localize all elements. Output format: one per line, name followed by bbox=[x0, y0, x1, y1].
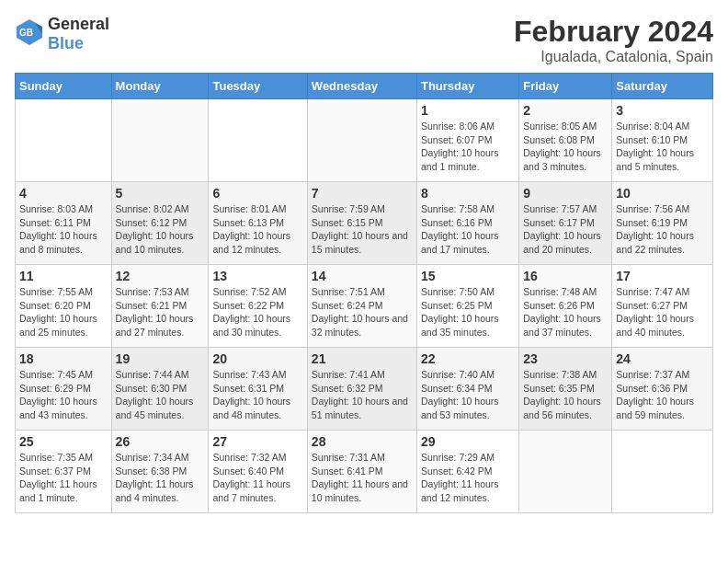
calendar-cell: 6Sunrise: 8:01 AM Sunset: 6:13 PM Daylig… bbox=[209, 182, 307, 265]
day-number: 9 bbox=[523, 186, 608, 201]
day-info: Sunrise: 7:41 AM Sunset: 6:32 PM Dayligh… bbox=[312, 368, 413, 422]
day-number: 14 bbox=[312, 269, 413, 283]
day-number: 27 bbox=[212, 434, 302, 449]
day-info: Sunrise: 7:40 AM Sunset: 6:34 PM Dayligh… bbox=[421, 368, 515, 422]
calendar-cell: 8Sunrise: 7:58 AM Sunset: 6:16 PM Daylig… bbox=[416, 182, 518, 265]
day-info: Sunrise: 8:01 AM Sunset: 6:13 PM Dayligh… bbox=[212, 202, 302, 257]
calendar-cell bbox=[519, 431, 612, 513]
weekday-header-friday: Friday bbox=[519, 74, 612, 99]
day-number: 4 bbox=[19, 186, 108, 201]
logo-blue: Blue bbox=[48, 34, 84, 52]
day-number: 29 bbox=[421, 434, 515, 449]
calendar-cell: 19Sunrise: 7:44 AM Sunset: 6:30 PM Dayli… bbox=[111, 348, 209, 431]
calendar-cell: 2Sunrise: 8:05 AM Sunset: 6:08 PM Daylig… bbox=[519, 99, 612, 182]
calendar-cell: 11Sunrise: 7:55 AM Sunset: 6:20 PM Dayli… bbox=[16, 265, 112, 348]
calendar-cell bbox=[307, 99, 416, 182]
day-number: 1 bbox=[421, 103, 515, 118]
day-info: Sunrise: 7:38 AM Sunset: 6:35 PM Dayligh… bbox=[523, 368, 608, 422]
day-number: 12 bbox=[116, 269, 205, 283]
calendar-cell: 29Sunrise: 7:29 AM Sunset: 6:42 PM Dayli… bbox=[416, 431, 518, 513]
calendar-cell: 1Sunrise: 8:06 AM Sunset: 6:07 PM Daylig… bbox=[416, 99, 518, 182]
day-info: Sunrise: 7:55 AM Sunset: 6:20 PM Dayligh… bbox=[19, 285, 108, 339]
day-info: Sunrise: 7:50 AM Sunset: 6:25 PM Dayligh… bbox=[421, 285, 515, 339]
day-info: Sunrise: 7:51 AM Sunset: 6:24 PM Dayligh… bbox=[312, 285, 413, 339]
calendar-cell: 16Sunrise: 7:48 AM Sunset: 6:26 PM Dayli… bbox=[519, 265, 612, 348]
calendar-cell: 15Sunrise: 7:50 AM Sunset: 6:25 PM Dayli… bbox=[416, 265, 518, 348]
day-number: 20 bbox=[212, 351, 302, 366]
weekday-header-monday: Monday bbox=[111, 74, 209, 99]
calendar-cell: 26Sunrise: 7:34 AM Sunset: 6:38 PM Dayli… bbox=[111, 431, 209, 513]
day-number: 11 bbox=[19, 269, 108, 283]
day-info: Sunrise: 8:06 AM Sunset: 6:07 PM Dayligh… bbox=[421, 120, 515, 174]
week-row-4: 18Sunrise: 7:45 AM Sunset: 6:29 PM Dayli… bbox=[16, 348, 713, 431]
logo: GB General Blue bbox=[15, 15, 109, 53]
day-info: Sunrise: 7:59 AM Sunset: 6:15 PM Dayligh… bbox=[312, 202, 413, 257]
calendar-cell: 21Sunrise: 7:41 AM Sunset: 6:32 PM Dayli… bbox=[307, 348, 416, 431]
calendar-cell: 7Sunrise: 7:59 AM Sunset: 6:15 PM Daylig… bbox=[307, 182, 416, 265]
calendar-cell: 22Sunrise: 7:40 AM Sunset: 6:34 PM Dayli… bbox=[416, 348, 518, 431]
calendar-cell: 10Sunrise: 7:56 AM Sunset: 6:19 PM Dayli… bbox=[612, 182, 713, 265]
day-info: Sunrise: 7:47 AM Sunset: 6:27 PM Dayligh… bbox=[616, 285, 709, 339]
day-number: 16 bbox=[523, 269, 608, 283]
day-number: 26 bbox=[116, 434, 205, 449]
day-info: Sunrise: 7:53 AM Sunset: 6:21 PM Dayligh… bbox=[116, 285, 205, 339]
header-row: SundayMondayTuesdayWednesdayThursdayFrid… bbox=[16, 74, 713, 99]
logo-text: General Blue bbox=[48, 15, 109, 53]
day-info: Sunrise: 7:32 AM Sunset: 6:40 PM Dayligh… bbox=[212, 451, 302, 505]
calendar-cell bbox=[209, 99, 307, 182]
day-info: Sunrise: 8:02 AM Sunset: 6:12 PM Dayligh… bbox=[116, 202, 205, 257]
calendar-cell: 5Sunrise: 8:02 AM Sunset: 6:12 PM Daylig… bbox=[111, 182, 209, 265]
weekday-header-thursday: Thursday bbox=[416, 74, 518, 99]
week-row-2: 4Sunrise: 8:03 AM Sunset: 6:11 PM Daylig… bbox=[16, 182, 713, 265]
subtitle: Igualada, Catalonia, Spain bbox=[514, 49, 713, 65]
day-info: Sunrise: 7:37 AM Sunset: 6:36 PM Dayligh… bbox=[616, 368, 709, 422]
week-row-3: 11Sunrise: 7:55 AM Sunset: 6:20 PM Dayli… bbox=[16, 265, 713, 348]
title-area: February 2024 Igualada, Catalonia, Spain bbox=[514, 15, 713, 65]
day-info: Sunrise: 7:56 AM Sunset: 6:19 PM Dayligh… bbox=[616, 202, 709, 257]
calendar-cell: 20Sunrise: 7:43 AM Sunset: 6:31 PM Dayli… bbox=[209, 348, 307, 431]
weekday-header-tuesday: Tuesday bbox=[209, 74, 307, 99]
day-info: Sunrise: 7:29 AM Sunset: 6:42 PM Dayligh… bbox=[421, 451, 515, 505]
day-info: Sunrise: 7:52 AM Sunset: 6:22 PM Dayligh… bbox=[212, 285, 302, 339]
day-number: 25 bbox=[19, 434, 108, 449]
calendar-cell: 4Sunrise: 8:03 AM Sunset: 6:11 PM Daylig… bbox=[16, 182, 112, 265]
day-number: 28 bbox=[312, 434, 413, 449]
calendar-cell: 3Sunrise: 8:04 AM Sunset: 6:10 PM Daylig… bbox=[612, 99, 713, 182]
day-number: 22 bbox=[421, 351, 515, 366]
day-number: 15 bbox=[421, 269, 515, 283]
day-number: 7 bbox=[312, 186, 413, 201]
day-info: Sunrise: 8:05 AM Sunset: 6:08 PM Dayligh… bbox=[523, 120, 608, 174]
calendar-cell: 25Sunrise: 7:35 AM Sunset: 6:37 PM Dayli… bbox=[16, 431, 112, 513]
day-number: 10 bbox=[616, 186, 709, 201]
calendar-cell: 17Sunrise: 7:47 AM Sunset: 6:27 PM Dayli… bbox=[612, 265, 713, 348]
day-number: 23 bbox=[523, 351, 608, 366]
day-number: 21 bbox=[312, 351, 413, 366]
day-info: Sunrise: 7:45 AM Sunset: 6:29 PM Dayligh… bbox=[19, 368, 108, 422]
calendar-cell: 13Sunrise: 7:52 AM Sunset: 6:22 PM Dayli… bbox=[209, 265, 307, 348]
calendar-cell: 27Sunrise: 7:32 AM Sunset: 6:40 PM Dayli… bbox=[209, 431, 307, 513]
week-row-5: 25Sunrise: 7:35 AM Sunset: 6:37 PM Dayli… bbox=[16, 431, 713, 513]
main-title: February 2024 bbox=[514, 15, 713, 49]
day-number: 3 bbox=[616, 103, 709, 118]
logo-icon: GB bbox=[15, 17, 44, 51]
day-number: 5 bbox=[116, 186, 205, 201]
calendar-cell: 12Sunrise: 7:53 AM Sunset: 6:21 PM Dayli… bbox=[111, 265, 209, 348]
header: GB General Blue February 2024 Igualada, … bbox=[15, 15, 713, 65]
weekday-header-wednesday: Wednesday bbox=[307, 74, 416, 99]
day-number: 24 bbox=[616, 351, 709, 366]
svg-text:GB: GB bbox=[19, 28, 33, 38]
weekday-header-sunday: Sunday bbox=[16, 74, 112, 99]
day-info: Sunrise: 7:43 AM Sunset: 6:31 PM Dayligh… bbox=[212, 368, 302, 422]
day-info: Sunrise: 7:48 AM Sunset: 6:26 PM Dayligh… bbox=[523, 285, 608, 339]
day-info: Sunrise: 7:31 AM Sunset: 6:41 PM Dayligh… bbox=[312, 451, 413, 505]
week-row-1: 1Sunrise: 8:06 AM Sunset: 6:07 PM Daylig… bbox=[16, 99, 713, 182]
day-number: 8 bbox=[421, 186, 515, 201]
day-number: 13 bbox=[212, 269, 302, 283]
calendar-cell bbox=[111, 99, 209, 182]
day-number: 2 bbox=[523, 103, 608, 118]
calendar-cell: 14Sunrise: 7:51 AM Sunset: 6:24 PM Dayli… bbox=[307, 265, 416, 348]
day-number: 19 bbox=[116, 351, 205, 366]
calendar-cell: 23Sunrise: 7:38 AM Sunset: 6:35 PM Dayli… bbox=[519, 348, 612, 431]
day-info: Sunrise: 7:57 AM Sunset: 6:17 PM Dayligh… bbox=[523, 202, 608, 257]
day-info: Sunrise: 7:44 AM Sunset: 6:30 PM Dayligh… bbox=[116, 368, 205, 422]
